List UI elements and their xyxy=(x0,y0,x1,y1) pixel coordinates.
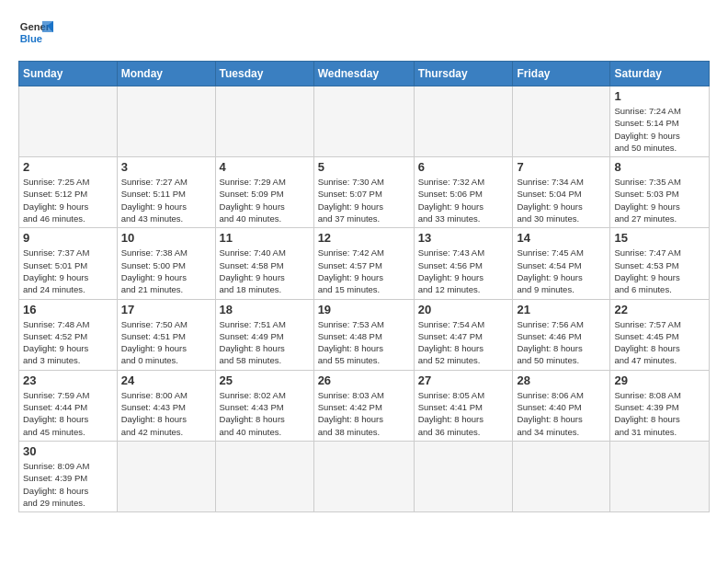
weekday-header-friday: Friday xyxy=(513,62,610,86)
day-number: 19 xyxy=(318,303,410,316)
week-row-6: 30Sunrise: 8:09 AM Sunset: 4:39 PM Dayli… xyxy=(19,441,710,511)
weekday-header-row: SundayMondayTuesdayWednesdayThursdayFrid… xyxy=(19,62,710,86)
day-number: 14 xyxy=(517,231,606,245)
day-number: 5 xyxy=(318,160,410,174)
day-info: Sunrise: 8:00 AM Sunset: 4:43 PM Dayligh… xyxy=(121,389,211,438)
calendar-cell: 15Sunrise: 7:47 AM Sunset: 4:53 PM Dayli… xyxy=(610,228,710,299)
day-info: Sunrise: 8:08 AM Sunset: 4:39 PM Dayligh… xyxy=(614,389,705,438)
calendar-cell xyxy=(414,441,513,511)
page: General Blue SundayMondayTuesdayWednesda… xyxy=(0,0,728,531)
calendar-cell: 30Sunrise: 8:09 AM Sunset: 4:39 PM Dayli… xyxy=(19,441,118,511)
calendar-cell: 19Sunrise: 7:53 AM Sunset: 4:48 PM Dayli… xyxy=(313,299,414,370)
day-number: 20 xyxy=(418,303,509,316)
day-number: 10 xyxy=(121,231,211,245)
day-info: Sunrise: 8:05 AM Sunset: 4:41 PM Dayligh… xyxy=(418,389,509,438)
day-number: 13 xyxy=(418,231,509,245)
day-info: Sunrise: 7:35 AM Sunset: 5:03 PM Dayligh… xyxy=(614,176,705,224)
day-info: Sunrise: 7:54 AM Sunset: 4:47 PM Dayligh… xyxy=(418,318,509,367)
day-number: 1 xyxy=(614,89,705,103)
calendar-cell: 9Sunrise: 7:37 AM Sunset: 5:01 PM Daylig… xyxy=(19,228,118,299)
calendar-cell xyxy=(610,441,710,511)
calendar-cell xyxy=(313,86,414,157)
calendar-cell: 2Sunrise: 7:25 AM Sunset: 5:12 PM Daylig… xyxy=(19,157,118,228)
day-number: 16 xyxy=(23,303,113,316)
day-number: 23 xyxy=(23,373,113,387)
day-info: Sunrise: 7:45 AM Sunset: 4:54 PM Dayligh… xyxy=(517,247,606,295)
calendar-cell xyxy=(215,441,313,511)
day-info: Sunrise: 7:53 AM Sunset: 4:48 PM Dayligh… xyxy=(318,318,410,367)
day-info: Sunrise: 8:03 AM Sunset: 4:42 PM Dayligh… xyxy=(318,389,410,438)
weekday-header-monday: Monday xyxy=(117,62,215,86)
day-info: Sunrise: 7:37 AM Sunset: 5:01 PM Dayligh… xyxy=(23,247,113,295)
calendar-cell xyxy=(117,441,215,511)
day-number: 29 xyxy=(614,373,705,387)
calendar-cell: 16Sunrise: 7:48 AM Sunset: 4:52 PM Dayli… xyxy=(19,299,118,370)
day-info: Sunrise: 7:56 AM Sunset: 4:46 PM Dayligh… xyxy=(517,318,606,367)
calendar-cell: 14Sunrise: 7:45 AM Sunset: 4:54 PM Dayli… xyxy=(513,228,610,299)
calendar-cell: 3Sunrise: 7:27 AM Sunset: 5:11 PM Daylig… xyxy=(117,157,215,228)
day-info: Sunrise: 7:51 AM Sunset: 4:49 PM Dayligh… xyxy=(220,318,310,367)
day-number: 24 xyxy=(121,373,211,387)
week-row-5: 23Sunrise: 7:59 AM Sunset: 4:44 PM Dayli… xyxy=(19,370,710,441)
weekday-header-wednesday: Wednesday xyxy=(313,62,414,86)
calendar-table: SundayMondayTuesdayWednesdayThursdayFrid… xyxy=(18,61,710,512)
day-number: 28 xyxy=(517,373,606,387)
calendar-cell: 8Sunrise: 7:35 AM Sunset: 5:03 PM Daylig… xyxy=(610,157,710,228)
day-number: 15 xyxy=(614,231,705,245)
week-row-1: 1Sunrise: 7:24 AM Sunset: 5:14 PM Daylig… xyxy=(19,86,710,157)
logo: General Blue xyxy=(18,15,53,50)
day-number: 21 xyxy=(517,303,606,316)
day-number: 12 xyxy=(318,231,410,245)
calendar-cell xyxy=(117,86,215,157)
calendar-cell: 24Sunrise: 8:00 AM Sunset: 4:43 PM Dayli… xyxy=(117,370,215,441)
day-number: 25 xyxy=(220,373,310,387)
calendar-cell: 29Sunrise: 8:08 AM Sunset: 4:39 PM Dayli… xyxy=(610,370,710,441)
week-row-2: 2Sunrise: 7:25 AM Sunset: 5:12 PM Daylig… xyxy=(19,157,710,228)
calendar-cell xyxy=(313,441,414,511)
day-info: Sunrise: 8:06 AM Sunset: 4:40 PM Dayligh… xyxy=(517,389,606,438)
day-info: Sunrise: 7:50 AM Sunset: 4:51 PM Dayligh… xyxy=(121,318,211,367)
calendar-cell: 26Sunrise: 8:03 AM Sunset: 4:42 PM Dayli… xyxy=(313,370,414,441)
day-number: 18 xyxy=(220,303,310,316)
day-info: Sunrise: 7:30 AM Sunset: 5:07 PM Dayligh… xyxy=(318,176,410,224)
day-number: 9 xyxy=(23,231,113,245)
day-number: 7 xyxy=(517,160,606,174)
calendar-cell: 25Sunrise: 8:02 AM Sunset: 4:43 PM Dayli… xyxy=(215,370,313,441)
calendar-cell: 28Sunrise: 8:06 AM Sunset: 4:40 PM Dayli… xyxy=(513,370,610,441)
day-number: 8 xyxy=(614,160,705,174)
calendar-cell: 17Sunrise: 7:50 AM Sunset: 4:51 PM Dayli… xyxy=(117,299,215,370)
calendar-cell xyxy=(215,86,313,157)
calendar-cell: 12Sunrise: 7:42 AM Sunset: 4:57 PM Dayli… xyxy=(313,228,414,299)
weekday-header-tuesday: Tuesday xyxy=(215,62,313,86)
calendar-cell: 6Sunrise: 7:32 AM Sunset: 5:06 PM Daylig… xyxy=(414,157,513,228)
day-number: 17 xyxy=(121,303,211,316)
calendar-cell: 21Sunrise: 7:56 AM Sunset: 4:46 PM Dayli… xyxy=(513,299,610,370)
calendar-cell: 11Sunrise: 7:40 AM Sunset: 4:58 PM Dayli… xyxy=(215,228,313,299)
day-info: Sunrise: 7:59 AM Sunset: 4:44 PM Dayligh… xyxy=(23,389,113,438)
day-number: 30 xyxy=(23,444,113,458)
calendar-cell: 10Sunrise: 7:38 AM Sunset: 5:00 PM Dayli… xyxy=(117,228,215,299)
day-number: 2 xyxy=(23,160,113,174)
day-number: 11 xyxy=(220,231,310,245)
day-number: 27 xyxy=(418,373,509,387)
day-number: 4 xyxy=(220,160,310,174)
calendar-cell xyxy=(414,86,513,157)
weekday-header-sunday: Sunday xyxy=(19,62,118,86)
week-row-4: 16Sunrise: 7:48 AM Sunset: 4:52 PM Dayli… xyxy=(19,299,710,370)
weekday-header-thursday: Thursday xyxy=(414,62,513,86)
calendar-cell xyxy=(513,441,610,511)
day-number: 6 xyxy=(418,160,509,174)
day-info: Sunrise: 7:42 AM Sunset: 4:57 PM Dayligh… xyxy=(318,247,410,295)
calendar-cell: 22Sunrise: 7:57 AM Sunset: 4:45 PM Dayli… xyxy=(610,299,710,370)
day-info: Sunrise: 7:48 AM Sunset: 4:52 PM Dayligh… xyxy=(23,318,113,367)
calendar-cell: 1Sunrise: 7:24 AM Sunset: 5:14 PM Daylig… xyxy=(610,86,710,157)
calendar-cell: 20Sunrise: 7:54 AM Sunset: 4:47 PM Dayli… xyxy=(414,299,513,370)
calendar-cell xyxy=(19,86,118,157)
day-number: 22 xyxy=(614,303,705,316)
calendar-cell: 18Sunrise: 7:51 AM Sunset: 4:49 PM Dayli… xyxy=(215,299,313,370)
day-number: 26 xyxy=(318,373,410,387)
day-info: Sunrise: 7:38 AM Sunset: 5:00 PM Dayligh… xyxy=(121,247,211,295)
calendar-cell: 5Sunrise: 7:30 AM Sunset: 5:07 PM Daylig… xyxy=(313,157,414,228)
calendar-cell: 13Sunrise: 7:43 AM Sunset: 4:56 PM Dayli… xyxy=(414,228,513,299)
weekday-header-saturday: Saturday xyxy=(610,62,710,86)
